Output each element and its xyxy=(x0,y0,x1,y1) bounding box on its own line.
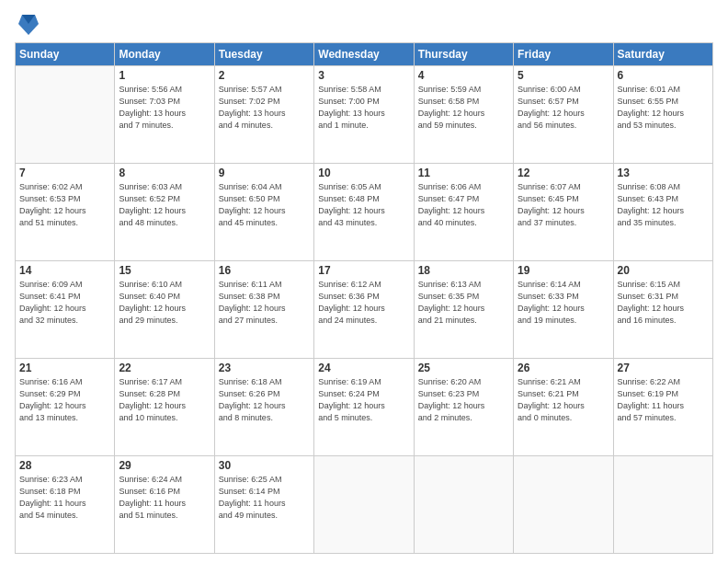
day-info: Sunrise: 6:21 AM Sunset: 6:21 PM Dayligh… xyxy=(518,376,609,424)
day-info: Sunrise: 6:15 AM Sunset: 6:31 PM Dayligh… xyxy=(618,279,709,327)
day-info: Sunrise: 6:25 AM Sunset: 6:14 PM Dayligh… xyxy=(219,474,310,522)
day-number: 11 xyxy=(418,167,509,179)
day-info: Sunrise: 6:03 AM Sunset: 6:52 PM Dayligh… xyxy=(119,181,210,229)
calendar-cell: 26Sunrise: 6:21 AM Sunset: 6:21 PM Dayli… xyxy=(514,359,613,456)
calendar-cell: 25Sunrise: 6:20 AM Sunset: 6:23 PM Dayli… xyxy=(414,359,513,456)
header-saturday: Saturday xyxy=(613,43,712,66)
day-number: 1 xyxy=(119,69,210,82)
day-info: Sunrise: 6:12 AM Sunset: 6:36 PM Dayligh… xyxy=(318,279,409,327)
calendar-cell: 3Sunrise: 5:58 AM Sunset: 7:00 PM Daylig… xyxy=(314,66,414,164)
day-number: 23 xyxy=(219,362,310,374)
day-info: Sunrise: 6:11 AM Sunset: 6:38 PM Dayligh… xyxy=(219,279,310,327)
day-number: 7 xyxy=(19,167,110,179)
week-row-2: 14Sunrise: 6:09 AM Sunset: 6:41 PM Dayli… xyxy=(16,261,713,359)
day-info: Sunrise: 6:23 AM Sunset: 6:18 PM Dayligh… xyxy=(19,474,110,522)
header-wednesday: Wednesday xyxy=(314,43,414,66)
page: SundayMondayTuesdayWednesdayThursdayFrid… xyxy=(0,0,728,563)
calendar-cell: 28Sunrise: 6:23 AM Sunset: 6:18 PM Dayli… xyxy=(16,456,115,554)
header-friday: Friday xyxy=(514,43,613,66)
day-number: 6 xyxy=(618,69,709,82)
day-number: 13 xyxy=(618,167,709,179)
calendar-cell: 5Sunrise: 6:00 AM Sunset: 6:57 PM Daylig… xyxy=(514,66,613,164)
day-info: Sunrise: 6:06 AM Sunset: 6:47 PM Dayligh… xyxy=(418,181,509,229)
header-monday: Monday xyxy=(115,43,214,66)
day-info: Sunrise: 6:18 AM Sunset: 6:26 PM Dayligh… xyxy=(219,376,310,424)
logo xyxy=(15,11,39,37)
calendar-cell xyxy=(514,456,613,554)
day-number: 16 xyxy=(219,264,310,277)
day-number: 30 xyxy=(219,459,310,472)
day-info: Sunrise: 6:19 AM Sunset: 6:24 PM Dayligh… xyxy=(318,376,409,424)
day-info: Sunrise: 6:04 AM Sunset: 6:50 PM Dayligh… xyxy=(219,181,310,229)
day-info: Sunrise: 6:08 AM Sunset: 6:43 PM Dayligh… xyxy=(618,181,709,229)
calendar-cell: 4Sunrise: 5:59 AM Sunset: 6:58 PM Daylig… xyxy=(414,66,513,164)
day-info: Sunrise: 5:57 AM Sunset: 7:02 PM Dayligh… xyxy=(219,84,310,132)
calendar-cell: 23Sunrise: 6:18 AM Sunset: 6:26 PM Dayli… xyxy=(214,359,313,456)
day-info: Sunrise: 6:16 AM Sunset: 6:29 PM Dayligh… xyxy=(19,376,110,424)
logo-icon xyxy=(18,11,39,37)
day-info: Sunrise: 6:10 AM Sunset: 6:40 PM Dayligh… xyxy=(119,279,210,327)
day-number: 29 xyxy=(119,459,210,472)
day-number: 26 xyxy=(518,362,609,374)
day-info: Sunrise: 6:17 AM Sunset: 6:28 PM Dayligh… xyxy=(119,376,210,424)
day-number: 25 xyxy=(418,362,509,374)
day-info: Sunrise: 6:00 AM Sunset: 6:57 PM Dayligh… xyxy=(518,84,609,132)
calendar-table: SundayMondayTuesdayWednesdayThursdayFrid… xyxy=(15,42,713,554)
day-number: 14 xyxy=(19,264,110,277)
day-info: Sunrise: 5:58 AM Sunset: 7:00 PM Dayligh… xyxy=(318,84,409,132)
calendar-cell: 9Sunrise: 6:04 AM Sunset: 6:50 PM Daylig… xyxy=(214,164,313,261)
day-number: 19 xyxy=(518,264,609,277)
day-number: 20 xyxy=(618,264,709,277)
day-info: Sunrise: 6:02 AM Sunset: 6:53 PM Dayligh… xyxy=(19,181,110,229)
calendar-cell: 8Sunrise: 6:03 AM Sunset: 6:52 PM Daylig… xyxy=(115,164,214,261)
day-info: Sunrise: 6:13 AM Sunset: 6:35 PM Dayligh… xyxy=(418,279,509,327)
day-info: Sunrise: 6:01 AM Sunset: 6:55 PM Dayligh… xyxy=(618,84,709,132)
day-info: Sunrise: 6:07 AM Sunset: 6:45 PM Dayligh… xyxy=(518,181,609,229)
calendar-cell: 1Sunrise: 5:56 AM Sunset: 7:03 PM Daylig… xyxy=(115,66,214,164)
week-row-3: 21Sunrise: 6:16 AM Sunset: 6:29 PM Dayli… xyxy=(16,359,713,456)
day-number: 24 xyxy=(318,362,409,374)
day-info: Sunrise: 6:05 AM Sunset: 6:48 PM Dayligh… xyxy=(318,181,409,229)
calendar-cell: 13Sunrise: 6:08 AM Sunset: 6:43 PM Dayli… xyxy=(613,164,712,261)
day-info: Sunrise: 6:09 AM Sunset: 6:41 PM Dayligh… xyxy=(19,279,110,327)
header-row: SundayMondayTuesdayWednesdayThursdayFrid… xyxy=(16,43,713,66)
day-number: 28 xyxy=(19,459,110,472)
top-bar xyxy=(15,11,713,37)
calendar-cell: 7Sunrise: 6:02 AM Sunset: 6:53 PM Daylig… xyxy=(16,164,115,261)
week-row-0: 1Sunrise: 5:56 AM Sunset: 7:03 PM Daylig… xyxy=(16,66,713,164)
calendar-cell xyxy=(414,456,513,554)
header-thursday: Thursday xyxy=(414,43,513,66)
calendar-cell: 20Sunrise: 6:15 AM Sunset: 6:31 PM Dayli… xyxy=(613,261,712,359)
calendar-cell: 2Sunrise: 5:57 AM Sunset: 7:02 PM Daylig… xyxy=(214,66,313,164)
day-number: 18 xyxy=(418,264,509,277)
day-number: 17 xyxy=(318,264,409,277)
calendar-cell: 27Sunrise: 6:22 AM Sunset: 6:19 PM Dayli… xyxy=(613,359,712,456)
calendar-cell xyxy=(613,456,712,554)
day-number: 10 xyxy=(318,167,409,179)
calendar-cell: 16Sunrise: 6:11 AM Sunset: 6:38 PM Dayli… xyxy=(214,261,313,359)
calendar-cell: 30Sunrise: 6:25 AM Sunset: 6:14 PM Dayli… xyxy=(214,456,313,554)
day-number: 2 xyxy=(219,69,310,82)
day-number: 15 xyxy=(119,264,210,277)
calendar-cell: 10Sunrise: 6:05 AM Sunset: 6:48 PM Dayli… xyxy=(314,164,414,261)
day-info: Sunrise: 5:56 AM Sunset: 7:03 PM Dayligh… xyxy=(119,84,210,132)
day-number: 21 xyxy=(19,362,110,374)
calendar-cell: 29Sunrise: 6:24 AM Sunset: 6:16 PM Dayli… xyxy=(115,456,214,554)
day-info: Sunrise: 6:22 AM Sunset: 6:19 PM Dayligh… xyxy=(618,376,709,424)
calendar-cell: 21Sunrise: 6:16 AM Sunset: 6:29 PM Dayli… xyxy=(16,359,115,456)
calendar-cell: 14Sunrise: 6:09 AM Sunset: 6:41 PM Dayli… xyxy=(16,261,115,359)
week-row-1: 7Sunrise: 6:02 AM Sunset: 6:53 PM Daylig… xyxy=(16,164,713,261)
day-number: 8 xyxy=(119,167,210,179)
calendar-cell xyxy=(16,66,115,164)
day-number: 12 xyxy=(518,167,609,179)
day-number: 9 xyxy=(219,167,310,179)
calendar-cell: 15Sunrise: 6:10 AM Sunset: 6:40 PM Dayli… xyxy=(115,261,214,359)
calendar-cell: 24Sunrise: 6:19 AM Sunset: 6:24 PM Dayli… xyxy=(314,359,414,456)
calendar-cell: 12Sunrise: 6:07 AM Sunset: 6:45 PM Dayli… xyxy=(514,164,613,261)
day-number: 3 xyxy=(318,69,409,82)
calendar-cell xyxy=(314,456,414,554)
day-number: 4 xyxy=(418,69,509,82)
day-info: Sunrise: 6:24 AM Sunset: 6:16 PM Dayligh… xyxy=(119,474,210,522)
calendar-cell: 18Sunrise: 6:13 AM Sunset: 6:35 PM Dayli… xyxy=(414,261,513,359)
calendar-cell: 11Sunrise: 6:06 AM Sunset: 6:47 PM Dayli… xyxy=(414,164,513,261)
